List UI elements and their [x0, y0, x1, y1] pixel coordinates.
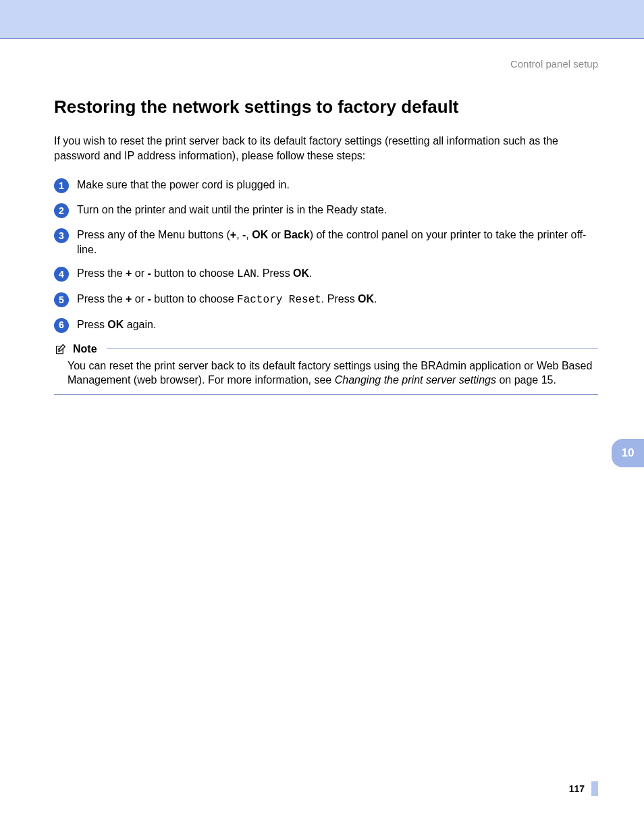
step-number-badge: 2 [54, 203, 69, 218]
step-item: 4Press the + or - button to choose LAN. … [54, 266, 598, 282]
step-item: 2Turn on the printer and wait until the … [54, 203, 598, 218]
step-number-badge: 4 [54, 267, 69, 282]
step-number-badge: 3 [54, 228, 69, 243]
step-number-badge: 1 [54, 178, 69, 193]
step-item: 6Press OK again. [54, 317, 598, 333]
step-text: Turn on the printer and wait until the p… [77, 203, 598, 217]
note-header: Note [54, 342, 598, 356]
step-item: 1Make sure that the power cord is plugge… [54, 178, 598, 193]
step-text: Press the + or - button to choose LAN. P… [77, 266, 598, 282]
note-divider [107, 348, 598, 349]
intro-paragraph: If you wish to reset the print server ba… [54, 134, 598, 163]
note-title: Note [73, 343, 97, 355]
step-text: Press any of the Menu buttons (+, -, OK … [77, 228, 598, 257]
chapter-side-tab: 10 [612, 439, 644, 467]
step-number-badge: 5 [54, 292, 69, 307]
page-title: Restoring the network settings to factor… [54, 97, 598, 118]
page-number: 117 [569, 783, 585, 794]
steps-list: 1Make sure that the power cord is plugge… [54, 178, 598, 332]
note-body: You can reset the print server back to i… [54, 359, 598, 388]
step-number-badge: 6 [54, 318, 69, 333]
step-text: Press OK again. [77, 317, 598, 332]
note-block: Note You can reset the print server back… [54, 342, 598, 395]
step-text: Press the + or - button to choose Factor… [77, 292, 598, 308]
page-content: Control panel setup Restoring the networ… [0, 58, 644, 395]
page-number-wrap: 117 [569, 781, 598, 796]
page-number-accent-bar [591, 781, 598, 796]
note-pencil-icon [54, 342, 69, 356]
step-text: Make sure that the power cord is plugged… [77, 178, 598, 192]
section-header-label: Control panel setup [54, 58, 598, 70]
step-item: 5Press the + or - button to choose Facto… [54, 292, 598, 308]
step-item: 3Press any of the Menu buttons (+, -, OK… [54, 228, 598, 257]
top-color-band [0, 0, 644, 39]
